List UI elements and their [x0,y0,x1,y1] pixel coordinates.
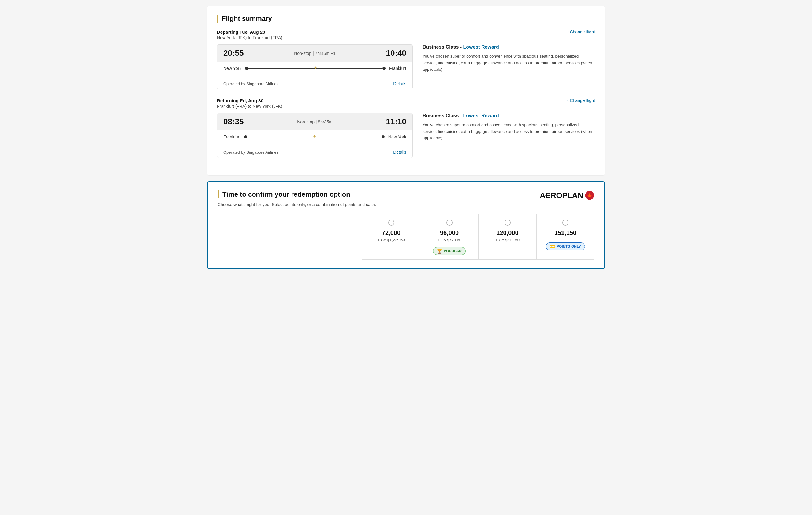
departing-reward-link[interactable]: Lowest Reward [463,45,499,50]
departing-flight-card: 20:55 Non-stop | 7hr45m +1 10:40 New Yor… [217,45,413,89]
returning-duration: Non-stop | 8hr35m [297,119,332,124]
departing-details-link[interactable]: Details [393,81,406,86]
flight-summary-card: Flight summary Departing Tue, Aug 20 New… [207,6,605,175]
badge-icon-1: 🏆 [437,249,442,253]
flight-summary-title: Flight summary [217,15,595,23]
redemption-card: Time to confirm your redemption option A… [207,181,605,269]
departing-date: Departing Tue, Aug 20 [217,29,282,35]
returning-from-city: Frankfurt [223,134,240,139]
departing-to-city: Frankfurt [389,66,406,71]
departing-class-title: Business Class - Lowest Reward [423,45,592,50]
departing-duration: Non-stop | 7hr45m +1 [294,51,336,56]
returning-class-description: You've chosen superior comfort and conve… [423,121,592,141]
redemption-options-row: 72,000+ CA $1,229.6096,000+ CA $773.60🏆P… [218,214,594,260]
returning-path-dot-right [381,135,384,138]
badge-icon-3: 💳 [550,244,555,249]
returning-flight-body: Frankfurt ✈ New York [217,130,412,147]
returning-date-info: Returning Fri, Aug 30 Frankfurt (FRA) to… [217,98,282,109]
redemption-option-3[interactable]: 151,150💳POINTS ONLY [536,214,594,260]
redemption-title: Time to confirm your redemption option [218,190,350,198]
departing-change-flight[interactable]: Change flight [567,29,595,34]
returning-plane-icon: ✈ [312,134,316,139]
departing-from-city: New York [223,66,241,71]
svg-text:🍁: 🍁 [586,192,593,199]
option-radio-2[interactable] [504,220,511,226]
departing-cities-row: New York ✈ Frankfurt [223,66,406,71]
redemption-subtitle: Choose what's right for you! Select poin… [218,202,594,207]
returning-class-title: Business Class - Lowest Reward [423,113,592,118]
path-dot-left [245,67,248,70]
path-dot-right [382,67,385,70]
returning-cities-row: Frankfurt ✈ New York [223,134,406,139]
returning-reward-link[interactable]: Lowest Reward [463,113,499,118]
returning-flight-card: 08:35 Non-stop | 8hr35m 11:10 Frankfurt … [217,113,413,158]
option-points-0: 72,000 [382,229,401,236]
path-line: ✈ [248,68,382,69]
option-radio-3[interactable] [562,220,569,226]
returning-operated-by: Operated by Singapore Airlines [223,150,279,155]
returning-details-link[interactable]: Details [393,150,406,155]
option-badge-3: 💳POINTS ONLY [546,243,585,250]
departing-depart-time: 20:55 [223,48,244,58]
returning-path-line: ✈ [247,137,381,137]
redemption-option-1[interactable]: 96,000+ CA $773.60🏆POPULAR [420,214,478,260]
returning-flight-footer: Operated by Singapore Airlines Details [217,147,412,158]
option-cash-0: + CA $1,229.60 [378,238,405,242]
redemption-option-2[interactable]: 120,000+ CA $311.50 [478,214,536,260]
returning-route: Frankfurt (FRA) to New York (JFK) [217,104,282,109]
departing-details-row: 20:55 Non-stop | 7hr45m +1 10:40 New Yor… [217,45,595,89]
departing-flight-header: 20:55 Non-stop | 7hr45m +1 10:40 [217,45,412,61]
departing-header: Departing Tue, Aug 20 New York (JFK) to … [217,29,595,40]
returning-class-info: Business Class - Lowest Reward You've ch… [420,113,595,141]
departing-flight-footer: Operated by Singapore Airlines Details [217,78,412,89]
returning-flight-header: 08:35 Non-stop | 8hr35m 11:10 [217,113,412,130]
badge-label-3: POINTS ONLY [556,244,581,249]
returning-arrive-time: 11:10 [386,117,406,127]
option-radio-1[interactable] [446,220,453,226]
departing-arrive-time: 10:40 [386,48,406,58]
returning-to-city: New York [388,134,406,139]
returning-details-row: 08:35 Non-stop | 8hr35m 11:10 Frankfurt … [217,113,595,158]
departing-route: New York (JFK) to Frankfurt (FRA) [217,35,282,40]
departing-flight-path: ✈ [245,67,385,70]
returning-change-flight[interactable]: Change flight [567,98,595,103]
returning-path-dot-left [244,135,247,138]
option-cash-2: + CA $311.50 [495,238,520,242]
redemption-header: Time to confirm your redemption option A… [218,190,594,200]
plane-icon: ✈ [313,65,317,71]
option-points-2: 120,000 [496,229,518,236]
option-points-1: 96,000 [440,229,459,236]
returning-header: Returning Fri, Aug 30 Frankfurt (FRA) to… [217,98,595,109]
badge-label-1: POPULAR [444,249,462,253]
redemption-option-0[interactable]: 72,000+ CA $1,229.60 [362,214,420,260]
aeroplan-logo: AEROPLAN 🍁 [540,190,594,200]
departing-class-description: You've chosen superior comfort and conve… [423,53,592,73]
option-points-3: 151,150 [554,229,576,236]
returning-flight-path: ✈ [244,135,384,138]
departing-date-info: Departing Tue, Aug 20 New York (JFK) to … [217,29,282,40]
departing-class-info: Business Class - Lowest Reward You've ch… [420,45,595,73]
returning-section: Returning Fri, Aug 30 Frankfurt (FRA) to… [217,98,595,158]
departing-flight-body: New York ✈ Frankfurt [217,61,412,78]
option-badge-1: 🏆POPULAR [433,247,466,255]
returning-depart-time: 08:35 [223,117,244,127]
aeroplan-maple-leaf-icon: 🍁 [585,190,594,200]
main-container: Flight summary Departing Tue, Aug 20 New… [207,6,605,269]
departing-operated-by: Operated by Singapore Airlines [223,81,279,86]
aeroplan-logo-text: AEROPLAN [540,191,583,200]
option-cash-1: + CA $773.60 [437,238,461,242]
departing-section: Departing Tue, Aug 20 New York (JFK) to … [217,29,595,89]
option-radio-0[interactable] [388,220,395,226]
returning-date: Returning Fri, Aug 30 [217,98,282,103]
